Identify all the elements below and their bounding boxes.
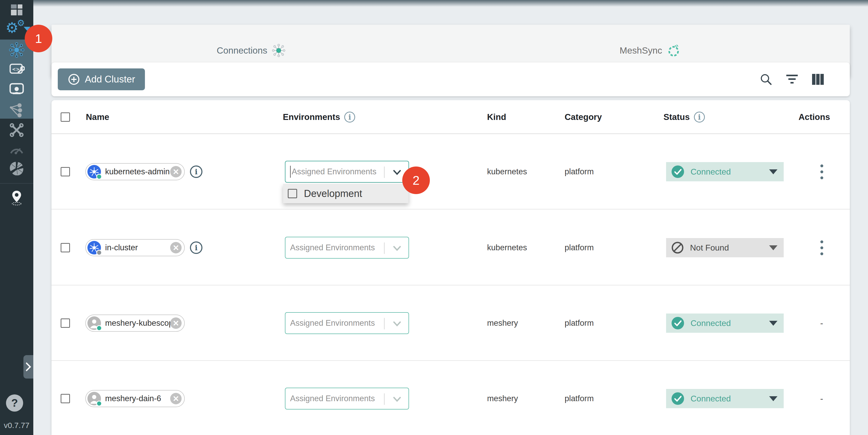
connection-name: meshery-kubescop... <box>105 318 170 328</box>
remove-connection-button[interactable]: ✕ <box>170 166 182 178</box>
search-icon <box>759 72 773 86</box>
environments-placeholder: Assigned Environments <box>290 318 375 328</box>
connections-icon <box>9 42 25 58</box>
assigned-environments-select[interactable]: Assigned Environments <box>285 387 409 409</box>
annotation-step-2: 2 <box>402 166 430 194</box>
environment-option-checkbox[interactable] <box>288 189 297 198</box>
text-cursor <box>290 166 291 178</box>
environments-dropdown-menu[interactable]: Development <box>283 184 408 203</box>
select-all-checkbox[interactable] <box>61 113 70 122</box>
header-environments: Environments <box>283 112 340 122</box>
sidebar-item-workspaces[interactable] <box>0 80 33 99</box>
connections-mesh-icon <box>272 44 285 57</box>
connection-chip[interactable]: in-cluster ✕ <box>85 239 185 256</box>
category-value: platform <box>565 167 594 177</box>
chevron-down-icon[interactable] <box>392 318 402 329</box>
connection-status-dot <box>96 401 102 406</box>
header-category: Category <box>565 112 602 122</box>
connection-info-icon[interactable]: i <box>190 165 203 178</box>
sidebar-item-extensions[interactable] <box>0 158 33 178</box>
meshsync-ring-icon <box>667 43 681 58</box>
connection-status-dot <box>96 174 102 180</box>
remove-connection-button[interactable]: ✕ <box>170 242 182 253</box>
segmented-pie-icon <box>9 161 24 175</box>
add-cluster-label: Add Cluster <box>85 74 135 85</box>
sidebar-item-location[interactable] <box>0 188 33 208</box>
plus-circle-icon <box>68 73 80 86</box>
row-checkbox[interactable] <box>61 243 70 252</box>
row-checkbox[interactable] <box>61 318 70 328</box>
connection-info-icon[interactable]: i <box>190 242 203 254</box>
remove-connection-button[interactable]: ✕ <box>170 393 182 404</box>
status-label: Not Found <box>690 243 729 253</box>
no-actions-placeholder: - <box>820 318 823 328</box>
category-value: platform <box>565 318 594 328</box>
connection-chip[interactable]: meshery-dain-6 ✕ <box>85 390 185 407</box>
version-label: v0.7.77 <box>0 421 33 430</box>
sidebar-divider <box>0 183 33 184</box>
filter-button[interactable] <box>784 71 800 88</box>
remove-connection-button[interactable]: ✕ <box>170 317 182 329</box>
pipeline-icon <box>9 103 24 118</box>
row-checkbox[interactable] <box>61 167 70 177</box>
category-value: platform <box>565 243 594 252</box>
connection-chip[interactable]: kubernetes-admin... ✕ <box>85 163 185 180</box>
not-found-icon <box>671 242 684 254</box>
status-label: Connected <box>690 394 731 404</box>
status-select[interactable]: Not Found <box>666 238 784 257</box>
connection-status-dot <box>96 250 102 255</box>
connection-name: meshery-dain-6 <box>105 394 170 403</box>
row-checkbox[interactable] <box>61 394 70 403</box>
table-row: meshery-dain-6 ✕ Assigned Environments m… <box>52 361 850 435</box>
status-select[interactable]: Connected <box>666 162 784 181</box>
connection-status-dot <box>96 325 102 331</box>
row-actions-menu-button[interactable] <box>818 238 826 258</box>
no-actions-placeholder: - <box>820 394 823 404</box>
chevron-down-icon[interactable] <box>392 394 402 404</box>
check-circle-icon <box>671 165 684 178</box>
screen-user-icon <box>8 82 25 97</box>
environments-placeholder: Assigned Environments <box>290 243 375 252</box>
code-wrench-icon: <> <box>8 62 25 77</box>
chevron-down-icon[interactable] <box>392 243 402 253</box>
environments-placeholder: Assigned Environments <box>292 167 376 177</box>
search-button[interactable] <box>758 71 774 88</box>
caret-down-icon <box>769 245 777 250</box>
connection-name: in-cluster <box>105 243 170 252</box>
sidebar-item-performance[interactable] <box>0 139 33 159</box>
sidebar-item-adapters[interactable]: <> <box>0 60 33 80</box>
sidebar-expand-button[interactable] <box>23 355 33 378</box>
gear-small-icon: ⚙ <box>17 19 25 27</box>
sidebar-item-configuration[interactable] <box>0 120 33 140</box>
status-info-icon[interactable]: i <box>694 112 705 123</box>
assigned-environments-select[interactable]: Assigned Environments <box>285 161 409 183</box>
table-row: in-cluster ✕ i Assigned Environments kub… <box>52 210 850 285</box>
status-label: Connected <box>690 318 731 328</box>
caret-down-icon <box>769 169 777 174</box>
help-button[interactable]: ? <box>6 395 23 412</box>
gears-icon: ⚙ <box>5 21 19 35</box>
environments-info-icon[interactable]: i <box>344 112 355 123</box>
chevron-right-icon <box>25 362 31 372</box>
status-select[interactable]: Connected <box>666 313 784 333</box>
check-circle-icon <box>671 317 684 330</box>
sidebar-item-dashboard[interactable] <box>0 0 33 20</box>
add-cluster-button[interactable]: Add Cluster <box>58 68 145 90</box>
chevron-down-icon[interactable] <box>392 167 402 178</box>
sidebar-item-pipelines[interactable] <box>0 100 33 120</box>
select-divider <box>384 243 384 254</box>
columns-icon <box>811 73 825 85</box>
select-divider <box>384 318 384 330</box>
caret-down-icon <box>769 321 777 326</box>
select-divider <box>384 166 384 178</box>
row-actions-menu-button[interactable] <box>818 162 826 182</box>
connection-chip[interactable]: meshery-kubescop... ✕ <box>85 315 185 332</box>
view-columns-button[interactable] <box>810 71 826 88</box>
status-select[interactable]: Connected <box>666 389 784 408</box>
table-row: kubernetes-admin... ✕ i Assigned Environ… <box>52 134 850 210</box>
sidebar: ⚙ ⚙ <> <box>0 0 33 435</box>
dashboard-icon <box>11 4 22 15</box>
assigned-environments-select[interactable]: Assigned Environments <box>285 312 409 334</box>
table-row: meshery-kubescop... ✕ Assigned Environme… <box>52 285 850 361</box>
assigned-environments-select[interactable]: Assigned Environments <box>285 237 409 258</box>
